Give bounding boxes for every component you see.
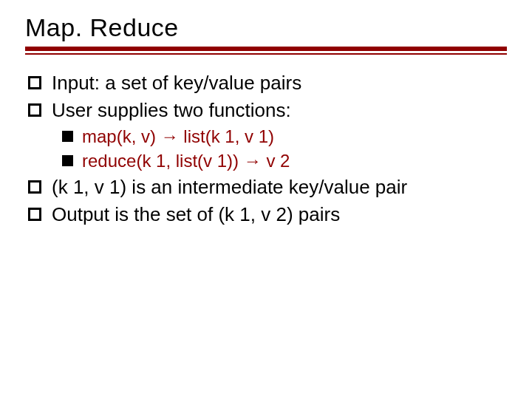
hollow-square-icon [28,76,41,89]
slide: Map. Reduce Input: a set of key/value pa… [0,0,532,399]
list-item-text: (k 1, v 1) is an intermediate key/value … [52,175,507,200]
list-item: Input: a set of key/value pairs [28,71,507,95]
hollow-square-icon [28,103,41,117]
hollow-square-icon [28,180,41,194]
list-item: map(k, v) → list(k 1, v 1) [62,125,507,148]
list-item-text: Input: a set of key/value pairs [52,71,507,95]
list-item: Output is the set of (k 1, v 2) pairs [28,202,507,227]
title-rule-thin [25,53,507,55]
list-item: (k 1, v 1) is an intermediate key/value … [28,175,507,200]
list-item-text: User supplies two functions: [52,98,507,123]
filled-square-icon [62,155,73,166]
list-item-text: Output is the set of (k 1, v 2) pairs [52,202,507,227]
list-item: reduce(k 1, list(v 1)) → v 2 [62,149,507,172]
filled-square-icon [62,131,73,142]
list-item-text: map(k, v) → list(k 1, v 1) [82,125,507,148]
list-item-text: reduce(k 1, list(v 1)) → v 2 [82,149,507,172]
list-item: User supplies two functions: [28,98,507,123]
hollow-square-icon [28,208,41,221]
slide-title: Map. Reduce [25,13,507,42]
